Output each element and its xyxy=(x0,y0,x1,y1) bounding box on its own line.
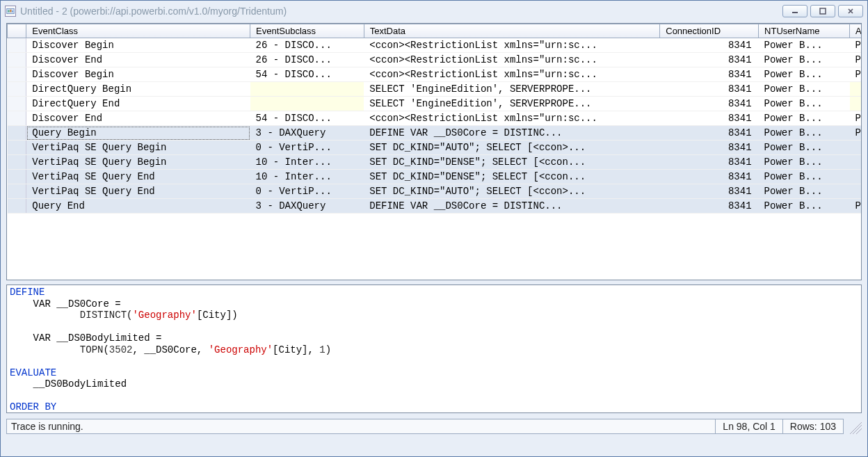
svg-rect-3 xyxy=(12,10,13,12)
table-row[interactable]: VertiPaq SE Query Begin10 - Inter...SET … xyxy=(8,155,862,170)
table-row[interactable]: VertiPaq SE Query Begin0 - VertiP...SET … xyxy=(8,141,862,155)
minimize-button[interactable] xyxy=(782,5,807,17)
app-icon xyxy=(5,6,16,17)
status-message: Trace is running. xyxy=(6,419,716,434)
status-rows: Rows: 103 xyxy=(782,419,844,434)
query-text-panel[interactable]: DEFINE VAR __DS0Core = DISTINCT('Geograp… xyxy=(6,284,862,413)
resize-grip[interactable] xyxy=(846,419,862,434)
col-ntusername[interactable]: NTUserName xyxy=(759,24,850,38)
svg-rect-4 xyxy=(792,12,798,13)
status-position: Ln 98, Col 1 xyxy=(715,419,783,434)
app-window: Untitled - 2 (powerbi://api.powerbi.com/… xyxy=(0,0,868,457)
window-title: Untitled - 2 (powerbi://api.powerbi.com/… xyxy=(20,6,782,17)
table-row[interactable]: DirectQuery Begin SELECT 'EngineEdition'… xyxy=(8,82,862,97)
window-controls xyxy=(782,5,863,17)
svg-rect-2 xyxy=(10,10,11,13)
col-eventsubclass[interactable]: EventSubclass xyxy=(250,24,364,38)
col-textdata[interactable]: TextData xyxy=(364,24,660,38)
table-row[interactable]: Query Begin3 - DAXQueryDEFINE VAR __DS0C… xyxy=(8,126,862,141)
table-row[interactable]: Discover Begin54 - DISCO...<ccon><Restri… xyxy=(8,67,862,82)
table-row[interactable]: Discover Begin26 - DISCO...<ccon><Restri… xyxy=(8,38,862,53)
table-row[interactable]: VertiPaq SE Query End0 - VertiP...SET DC… xyxy=(8,184,862,199)
row-selector-header[interactable] xyxy=(8,24,26,38)
grid-header-row: EventClass EventSubclass TextData Connec… xyxy=(8,24,862,38)
svg-rect-5 xyxy=(820,8,826,14)
content-area: EventClass EventSubclass TextData Connec… xyxy=(1,22,867,456)
status-bar: Trace is running. Ln 98, Col 1 Rows: 103 xyxy=(6,417,862,435)
trace-grid[interactable]: EventClass EventSubclass TextData Connec… xyxy=(7,24,861,214)
col-applicationname[interactable]: Application xyxy=(850,24,862,38)
col-eventclass[interactable]: EventClass xyxy=(26,24,250,38)
table-row[interactable]: DirectQuery End SELECT 'EngineEdition', … xyxy=(8,97,862,111)
table-row[interactable]: VertiPaq SE Query End10 - Inter...SET DC… xyxy=(8,170,862,184)
svg-rect-1 xyxy=(8,10,9,13)
maximize-button[interactable] xyxy=(810,5,835,17)
table-row[interactable]: Discover End26 - DISCO...<ccon><Restrict… xyxy=(8,53,862,67)
title-bar[interactable]: Untitled - 2 (powerbi://api.powerbi.com/… xyxy=(1,1,867,22)
table-row[interactable]: Discover End54 - DISCO...<ccon><Restrict… xyxy=(8,111,862,126)
trace-grid-scroll[interactable]: EventClass EventSubclass TextData Connec… xyxy=(7,24,861,280)
trace-grid-panel: EventClass EventSubclass TextData Connec… xyxy=(6,23,862,280)
close-button[interactable] xyxy=(838,5,863,17)
table-row[interactable]: Query End3 - DAXQueryDEFINE VAR __DS0Cor… xyxy=(8,199,862,214)
col-connectionid[interactable]: ConnectionID xyxy=(660,24,759,38)
